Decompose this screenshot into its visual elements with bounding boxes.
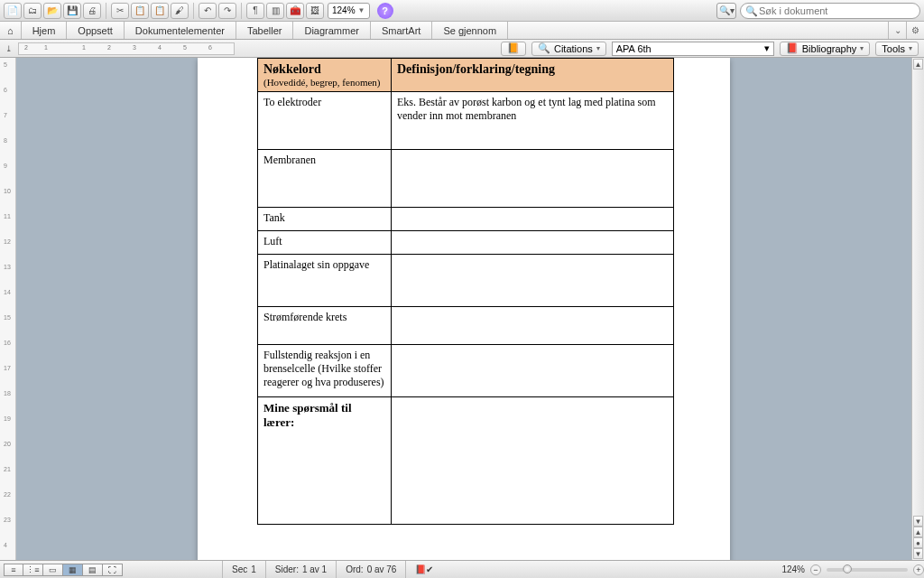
horizontal-ruler[interactable]: 2 1 1 2 3 4 5 6 — [18, 42, 235, 56]
open-icon[interactable]: 📂 — [43, 3, 61, 19]
tab-oppsett[interactable]: Oppsett — [67, 22, 125, 39]
citation-style-select[interactable]: APA 6th ▾ — [612, 42, 774, 56]
view-fullscreen-icon[interactable]: ⛶ — [103, 564, 123, 576]
tab-diagrammer[interactable]: Diagrammer — [293, 22, 371, 39]
book-icon: 📕 — [786, 42, 799, 54]
tab-hjem[interactable]: Hjem — [22, 22, 68, 39]
table-row: Strømførende krets — [258, 307, 674, 345]
tab-selector-icon[interactable]: ⤓ — [5, 44, 13, 53]
footer-cell-answer[interactable] — [392, 397, 674, 525]
pilcrow-icon[interactable]: ¶ — [246, 3, 264, 19]
view-notebook-icon[interactable]: ▤ — [83, 564, 103, 576]
zoom-value: 124% — [332, 5, 356, 15]
cell-definition[interactable] — [392, 307, 674, 345]
format-painter-icon[interactable]: 🖌 — [171, 3, 189, 19]
vertical-ruler[interactable]: 5678910111213141516171819202122234 — [0, 58, 16, 560]
scroll-down-icon[interactable]: ▼ — [913, 516, 923, 527]
cell-keyword[interactable]: Membranen — [258, 150, 392, 208]
help-icon[interactable]: ? — [377, 3, 393, 19]
bibliography-button[interactable]: 📕 Bibliography ▾ — [780, 42, 871, 56]
browse-object-icon[interactable]: ● — [913, 537, 923, 548]
cell-definition[interactable] — [392, 208, 674, 231]
status-section[interactable]: Sec 1 — [222, 561, 265, 578]
prev-page-icon[interactable]: ▲ — [913, 527, 923, 537]
cell-keyword[interactable]: Tank — [258, 208, 392, 231]
view-print-icon[interactable]: ▦ — [63, 564, 83, 576]
tab-tabeller[interactable]: Tabeller — [236, 22, 294, 39]
template-icon[interactable]: 🗂 — [23, 3, 42, 19]
footer-question-text: Mine spørsmål til lærer: — [263, 401, 385, 430]
cell-definition[interactable] — [392, 150, 674, 208]
ruler-mark: 4 — [158, 44, 162, 51]
cell-definition[interactable]: Eks. Består av porøst karbon og et tynt … — [392, 92, 674, 150]
tab-home-icon[interactable]: ⌂ — [0, 22, 22, 39]
sidebar-icon[interactable]: ▥ — [266, 3, 284, 19]
status-pages[interactable]: Sider: 1 av 1 — [265, 561, 336, 578]
view-publishing-icon[interactable]: ▭ — [43, 564, 63, 576]
save-icon[interactable]: 💾 — [63, 3, 81, 19]
manage-sources-button[interactable]: 📙 — [501, 42, 526, 56]
vruler-mark: 7 — [4, 112, 7, 118]
vruler-mark: 17 — [4, 365, 11, 371]
zoom-selector[interactable]: 124% ▼ — [328, 3, 370, 19]
ruler-mark: 1 — [44, 44, 48, 51]
vruler-mark: 10 — [4, 188, 11, 194]
tools-button[interactable]: Tools ▾ — [875, 42, 919, 56]
cell-keyword[interactable]: Strømførende krets — [258, 307, 392, 345]
tab-smartart[interactable]: SmartArt — [371, 22, 432, 39]
zoom-in-icon[interactable]: + — [913, 564, 924, 575]
redo-icon[interactable]: ↷ — [218, 3, 236, 19]
search-input[interactable] — [759, 5, 914, 16]
cell-keyword[interactable]: To elektroder — [258, 92, 392, 150]
table-row: Platinalaget sin oppgave — [258, 255, 674, 307]
copy-icon[interactable]: 📋 — [131, 3, 149, 19]
cell-definition[interactable] — [392, 231, 674, 255]
zoom-knob[interactable] — [843, 564, 852, 573]
zoom-slider[interactable] — [827, 568, 908, 572]
view-draft-icon[interactable]: ≡ — [4, 564, 23, 576]
new-doc-icon[interactable]: 📄 — [4, 3, 22, 19]
document-canvas[interactable]: Nøkkelord (Hovedidé, begrep, fenomen) De… — [16, 58, 911, 560]
ribbon-collapse-icon[interactable]: ⌄ — [888, 22, 906, 39]
pages-value: 1 av 1 — [302, 564, 327, 574]
scroll-up-icon[interactable]: ▲ — [913, 59, 923, 70]
status-spellcheck-icon[interactable]: 📕✔ — [405, 561, 442, 578]
paste-icon[interactable]: 📋 — [151, 3, 169, 19]
vruler-mark: 6 — [4, 87, 7, 93]
words-value: 0 av 76 — [367, 564, 397, 574]
toolbox-icon[interactable]: 🧰 — [286, 3, 304, 19]
vruler-mark: 4 — [4, 542, 7, 548]
vertical-scrollbar[interactable]: ▲ ▼ ▲ ● ▼ — [911, 58, 924, 560]
citations-button[interactable]: 🔍 Citations ▾ — [531, 42, 606, 56]
print-icon[interactable]: 🖨 — [83, 3, 101, 19]
header-cell-definition[interactable]: Definisjon/forklaring/tegning — [392, 59, 674, 92]
cell-definition[interactable] — [392, 345, 674, 397]
search-scope-button[interactable]: 🔍▾ — [716, 3, 736, 19]
header-keyword-title: Nøkkelord — [263, 62, 385, 77]
chevron-down-icon: ▾ — [860, 44, 864, 52]
zoom-out-icon[interactable]: − — [810, 564, 821, 575]
footer-cell-question[interactable]: Mine spørsmål til lærer: — [258, 397, 392, 525]
cell-keyword[interactable]: Platinalaget sin oppgave — [258, 255, 392, 307]
view-outline-icon[interactable]: ⋮≡ — [23, 564, 43, 576]
search-field-wrap[interactable]: 🔍 — [740, 3, 920, 19]
view-buttons: ≡ ⋮≡ ▭ ▦ ▤ ⛶ — [4, 564, 123, 576]
undo-icon[interactable]: ↶ — [199, 3, 217, 19]
chevron-down-icon: ▾ — [764, 42, 770, 54]
media-icon[interactable]: 🖼 — [306, 3, 324, 19]
ruler-mark: 2 — [24, 44, 28, 51]
ribbon-settings-icon[interactable]: ⚙ — [906, 22, 924, 39]
cell-keyword[interactable]: Fullstendig reaksjon i en brenselcelle (… — [258, 345, 392, 397]
ruler-mark: 3 — [133, 44, 136, 51]
cell-keyword[interactable]: Luft — [258, 231, 392, 255]
cut-icon[interactable]: ✂ — [111, 3, 129, 19]
header-cell-keyword[interactable]: Nøkkelord (Hovedidé, begrep, fenomen) — [258, 59, 392, 92]
page: Nøkkelord (Hovedidé, begrep, fenomen) De… — [198, 58, 730, 560]
chevron-down-icon: ▼ — [358, 6, 365, 14]
next-page-icon[interactable]: ▼ — [913, 548, 923, 559]
tab-dokumentelementer[interactable]: Dokumentelementer — [125, 22, 236, 39]
tab-segjennom[interactable]: Se gjennom — [432, 22, 508, 39]
status-words[interactable]: Ord: 0 av 76 — [336, 561, 405, 578]
cell-definition[interactable] — [392, 255, 674, 307]
content-table[interactable]: Nøkkelord (Hovedidé, begrep, fenomen) De… — [257, 58, 674, 525]
